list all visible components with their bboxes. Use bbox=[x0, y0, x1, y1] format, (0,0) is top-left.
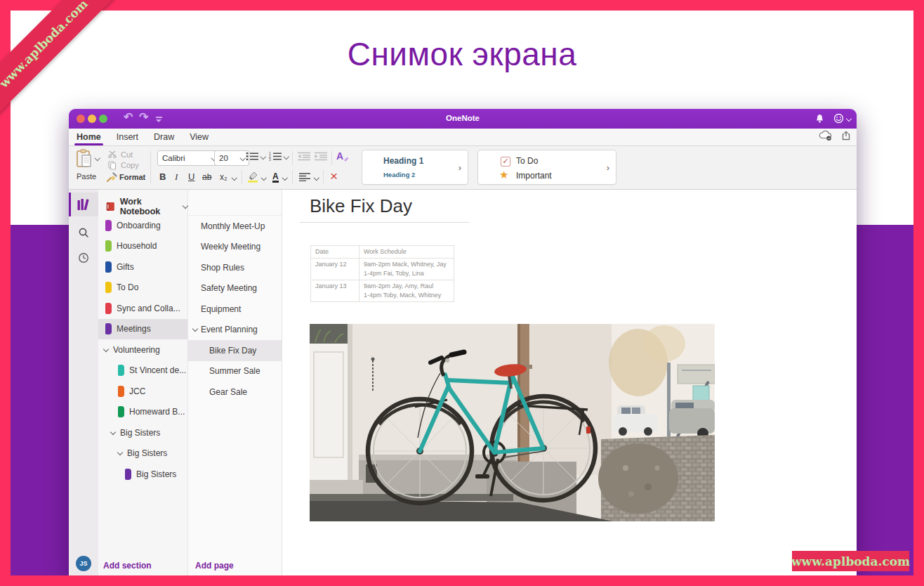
section-item-bigsisters[interactable]: Big Sisters bbox=[98, 464, 187, 485]
strikethrough-button[interactable]: ab bbox=[202, 172, 211, 182]
paste-label[interactable]: Paste bbox=[77, 172, 96, 181]
styles-button[interactable]: A bbox=[336, 150, 349, 164]
paste-chevron-icon[interactable] bbox=[95, 155, 100, 161]
note-page-title[interactable]: Bike Fix Day bbox=[310, 195, 412, 217]
svg-text:3: 3 bbox=[269, 157, 271, 161]
page-group-event-planning[interactable]: Event Planning bbox=[188, 320, 282, 341]
search-icon bbox=[78, 227, 89, 238]
chevron-down-icon[interactable] bbox=[232, 175, 237, 181]
section-item-jcc[interactable]: JCC bbox=[98, 381, 187, 402]
notifications-bell-icon[interactable] bbox=[815, 114, 824, 126]
chevron-down-icon bbox=[239, 155, 245, 161]
ribbon-tab-strip: Home Insert Draw View bbox=[69, 129, 857, 146]
add-section-button[interactable]: Add section bbox=[103, 561, 152, 571]
paste-button[interactable] bbox=[76, 149, 93, 170]
tag-important[interactable]: Important bbox=[516, 171, 552, 181]
underline-button[interactable]: U bbox=[188, 171, 194, 182]
section-group-bigsisters-2[interactable]: Big Sisters bbox=[98, 443, 187, 464]
note-canvas[interactable]: Bike Fix Day Date Work Schedule January … bbox=[282, 190, 857, 575]
tag-todo[interactable]: To Do bbox=[516, 156, 538, 166]
page-label: Event Planning bbox=[201, 325, 258, 334]
tab-draw-label: Draw bbox=[154, 132, 174, 142]
chevron-down-icon[interactable] bbox=[284, 154, 289, 159]
bike-photo[interactable] bbox=[310, 324, 715, 521]
section-item-stvincent[interactable]: St Vincent de... bbox=[98, 360, 187, 382]
account-avatar[interactable]: JS bbox=[76, 556, 91, 571]
section-item-household[interactable]: Household bbox=[98, 236, 187, 257]
section-tab-icon bbox=[105, 220, 112, 231]
alignment-button[interactable] bbox=[299, 173, 311, 183]
page-item[interactable]: Shop Rules bbox=[188, 257, 282, 278]
tags-gallery[interactable]: ✓ To Do ★ Important › bbox=[477, 150, 616, 185]
section-group-volunteering[interactable]: Volunteering bbox=[98, 339, 187, 360]
chevron-down-icon[interactable] bbox=[314, 175, 319, 181]
numbered-list-button[interactable]: 123 bbox=[269, 152, 282, 162]
tab-view[interactable]: View bbox=[182, 129, 216, 145]
onenote-window: ↶ ↷ OneNote Home Insert Draw View bbox=[69, 109, 857, 575]
page-label: Summer Sale bbox=[209, 366, 260, 376]
watermark-text: www.aplboda.com bbox=[791, 554, 910, 568]
italic-button[interactable]: I bbox=[175, 171, 178, 183]
bold-button[interactable]: B bbox=[159, 171, 166, 182]
section-item-homeward[interactable]: Homeward B... bbox=[98, 402, 187, 423]
section-label: Big Sisters bbox=[120, 428, 160, 438]
add-page-button[interactable]: Add page bbox=[195, 561, 234, 571]
bullet-list-button[interactable] bbox=[246, 152, 259, 162]
clear-formatting-button[interactable]: × bbox=[330, 171, 338, 182]
search-button[interactable] bbox=[69, 221, 98, 245]
style-heading1[interactable]: Heading 1 bbox=[383, 156, 423, 166]
font-name-value: Calibri bbox=[162, 154, 185, 162]
gallery-expand-chevron-icon[interactable]: › bbox=[458, 162, 461, 173]
page-label: Gear Sale bbox=[209, 387, 247, 397]
page-label: Weekly Meeting bbox=[201, 242, 260, 252]
section-item-meetings-selected[interactable]: Meetings bbox=[98, 319, 187, 340]
page-item[interactable]: Summer Sale bbox=[188, 361, 282, 382]
tab-draw[interactable]: Draw bbox=[146, 129, 182, 145]
feedback-smiley-icon[interactable] bbox=[833, 113, 844, 126]
share-icon[interactable] bbox=[841, 131, 851, 143]
title-divider bbox=[300, 222, 470, 223]
window-body: JS Work Notebook Onboarding Household Gi… bbox=[69, 190, 857, 575]
font-size-select[interactable]: 20 bbox=[214, 150, 249, 166]
recent-notes-button[interactable] bbox=[69, 246, 98, 270]
tab-insert[interactable]: Insert bbox=[109, 129, 146, 145]
page-item[interactable]: Gear Sale bbox=[188, 382, 282, 403]
table-cell-date: January 13 bbox=[311, 280, 359, 302]
page-item[interactable]: Equipment bbox=[188, 299, 282, 320]
highlighter-button[interactable] bbox=[247, 170, 259, 184]
bullet-list-icon bbox=[246, 152, 259, 161]
chevron-down-icon[interactable] bbox=[282, 175, 288, 181]
style-heading2[interactable]: Heading 2 bbox=[383, 171, 415, 178]
page-item-bike-fix-day-selected[interactable]: Bike Fix Day bbox=[188, 340, 282, 361]
font-name-select[interactable]: Calibri bbox=[157, 150, 220, 166]
page-item[interactable]: Weekly Meeting bbox=[188, 237, 282, 258]
format-label[interactable]: Format bbox=[119, 173, 145, 181]
notebook-switcher[interactable]: Work Notebook bbox=[105, 197, 187, 216]
page-item[interactable]: Monthly Meet-Up bbox=[188, 216, 282, 237]
section-item-sync[interactable]: Sync and Colla... bbox=[98, 298, 187, 319]
notebooks-library-button[interactable] bbox=[69, 193, 98, 216]
section-label: To Do bbox=[117, 282, 138, 292]
chevron-down-icon[interactable] bbox=[261, 175, 267, 181]
todo-checkbox-icon[interactable]: ✓ bbox=[501, 157, 510, 167]
format-painter-button[interactable] bbox=[107, 172, 117, 183]
home-ribbon: Paste Cut Copy Format Calibri 20 bbox=[69, 146, 857, 190]
section-label: Sync and Colla... bbox=[117, 304, 180, 313]
page-item[interactable]: Safety Meeting bbox=[188, 278, 282, 299]
section-item-gifts[interactable]: Gifts bbox=[98, 256, 187, 278]
gallery-expand-chevron-icon[interactable]: › bbox=[607, 162, 609, 173]
styles-gallery[interactable]: Heading 1 Heading 2 › bbox=[362, 150, 468, 185]
work-schedule-table[interactable]: Date Work Schedule January 12 9am-2pm Ma… bbox=[310, 245, 454, 302]
subscript-button[interactable]: x₂ bbox=[220, 172, 227, 182]
chevron-down-icon[interactable] bbox=[260, 154, 266, 159]
tab-home[interactable]: Home bbox=[69, 129, 109, 145]
section-item-onboarding[interactable]: Onboarding bbox=[98, 215, 187, 236]
sync-status-cloud-icon[interactable] bbox=[819, 130, 833, 144]
watermark-badge: www.aplboda.com bbox=[792, 551, 909, 571]
sections-panel: Work Notebook Onboarding Household Gifts… bbox=[98, 190, 188, 575]
window-titlebar: ↶ ↷ OneNote bbox=[69, 109, 857, 129]
format-brush-icon bbox=[107, 172, 117, 182]
font-color-button[interactable]: A bbox=[272, 173, 279, 183]
section-group-bigsisters[interactable]: Big Sisters bbox=[98, 422, 187, 443]
section-item-todo[interactable]: To Do bbox=[98, 278, 187, 299]
